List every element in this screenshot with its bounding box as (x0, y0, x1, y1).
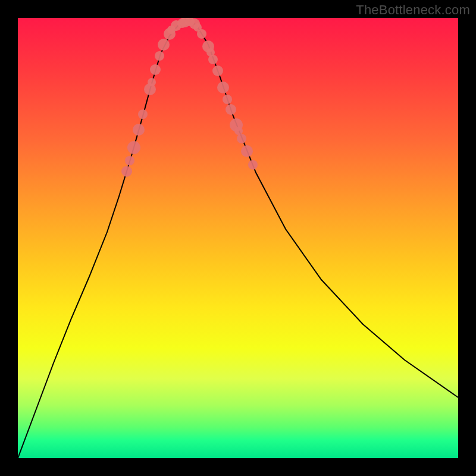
data-marker (144, 83, 156, 95)
data-marker (230, 118, 243, 131)
data-marker (212, 65, 223, 76)
data-marker (133, 124, 145, 136)
data-marker (155, 51, 164, 61)
data-marker (208, 55, 218, 64)
data-marker (148, 78, 156, 86)
data-marker (206, 48, 215, 57)
data-marker (138, 109, 148, 119)
data-marker (164, 28, 176, 40)
bottleneck-curve (18, 18, 458, 458)
plot-area (18, 18, 458, 458)
chart-stage: TheBottleneck.com (0, 0, 476, 476)
data-marker (121, 166, 132, 177)
data-marker (237, 134, 246, 143)
data-marker (158, 39, 170, 51)
data-marker (234, 127, 243, 135)
data-marker (197, 29, 206, 39)
data-marker (127, 141, 140, 154)
data-marker (226, 104, 236, 115)
data-marker (202, 40, 214, 52)
data-marker (241, 145, 253, 157)
data-marker (217, 82, 229, 93)
data-marker (180, 18, 190, 27)
data-marker (223, 95, 232, 104)
data-marker (150, 64, 161, 75)
data-marker (193, 23, 202, 32)
data-marker (177, 18, 187, 28)
data-marker (248, 160, 258, 170)
data-marker (171, 20, 181, 31)
watermark-text: TheBottleneck.com (356, 2, 470, 18)
curve-path (18, 21, 458, 458)
data-marker (189, 18, 200, 29)
marker-layer (18, 18, 458, 458)
data-marker (185, 18, 195, 26)
data-marker (167, 26, 176, 34)
data-marker (125, 156, 134, 165)
